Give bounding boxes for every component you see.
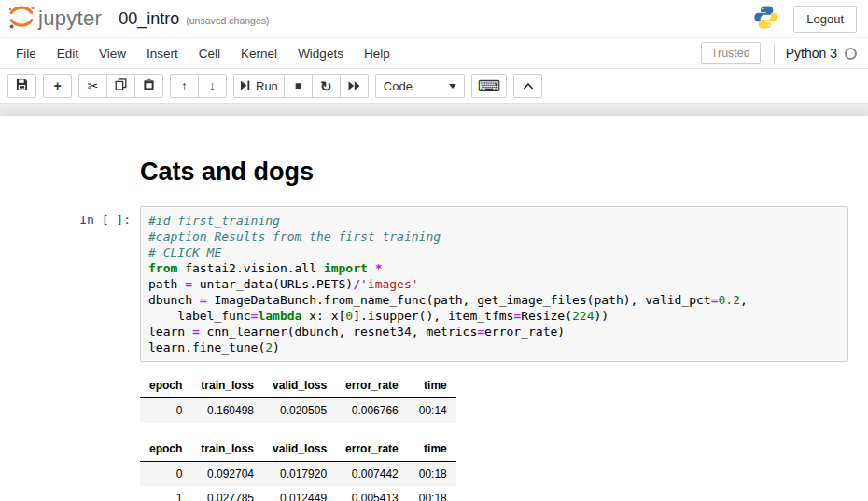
table-header: train_loss xyxy=(191,437,263,462)
code-editor[interactable]: #id first_training#caption Results from … xyxy=(148,213,840,355)
table-header: error_rate xyxy=(336,437,408,462)
restart-run-all-button[interactable] xyxy=(340,74,369,98)
table-header: time xyxy=(408,437,456,462)
save-button[interactable] xyxy=(7,74,36,98)
table-header: valid_loss xyxy=(263,373,336,398)
fast-forward-icon xyxy=(348,78,360,93)
jupyter-logo[interactable]: jupyter xyxy=(7,5,102,34)
menu-item-file[interactable]: File xyxy=(6,39,47,68)
arrow-up-icon: ↑ xyxy=(181,79,188,92)
save-icon xyxy=(16,78,28,93)
menubar: FileEditViewInsertCellKernelWidgetsHelp … xyxy=(0,38,868,69)
chevron-up-icon xyxy=(523,78,534,93)
jupyter-logo-icon xyxy=(7,5,35,34)
copy-icon xyxy=(115,78,127,93)
logout-button[interactable]: Logout xyxy=(793,6,857,33)
table-header: valid_loss xyxy=(263,437,336,462)
menu-item-view[interactable]: View xyxy=(89,39,136,68)
cut-button[interactable]: ✂ xyxy=(78,74,107,98)
autosave-status: (unsaved changes) xyxy=(186,11,269,26)
training-table: epochtrain_lossvalid_losserror_ratetime0… xyxy=(140,437,868,501)
paste-icon xyxy=(143,78,155,93)
code-input-area[interactable]: #id first_training#caption Results from … xyxy=(140,206,848,362)
run-button[interactable]: Run xyxy=(233,74,285,98)
training-table: epochtrain_lossvalid_losserror_ratetime0… xyxy=(140,373,868,423)
copy-button[interactable] xyxy=(106,74,135,98)
interrupt-kernel-button[interactable]: ■ xyxy=(284,74,313,98)
jupyter-logo-text: jupyter xyxy=(38,7,102,31)
table-row: 00.1604980.0205050.00676600:14 xyxy=(140,397,456,423)
menu-item-edit[interactable]: Edit xyxy=(47,39,89,68)
command-palette-button[interactable]: ⌨ xyxy=(471,74,508,98)
menu-item-insert[interactable]: Insert xyxy=(136,39,189,68)
arrow-down-icon: ↓ xyxy=(209,79,216,92)
markdown-heading: Cats and dogs xyxy=(140,159,314,187)
table-header: error_rate xyxy=(336,373,408,398)
menu-item-widgets[interactable]: Widgets xyxy=(287,39,354,68)
toolbar: + ✂ ↑ ↓ Run ■ xyxy=(0,69,868,104)
paste-button[interactable] xyxy=(134,74,163,98)
trusted-badge[interactable]: Trusted xyxy=(701,42,761,64)
restart-icon: ↻ xyxy=(320,79,332,93)
move-cell-up-button[interactable]: ↑ xyxy=(170,74,199,98)
kernel-indicator: Python 3 xyxy=(774,42,857,64)
notebook-title[interactable]: 00_intro xyxy=(119,9,179,29)
run-label: Run xyxy=(256,79,278,93)
markdown-cell[interactable]: Cats and dogs xyxy=(0,159,868,187)
input-prompt: In [ ]: xyxy=(0,206,140,362)
restart-kernel-button[interactable]: ↻ xyxy=(312,74,341,98)
output-area: epochtrain_lossvalid_losserror_ratetime0… xyxy=(140,373,868,501)
menubar-items: FileEditViewInsertCellKernelWidgetsHelp xyxy=(6,39,400,68)
chevron-down-icon xyxy=(449,84,456,89)
menu-item-cell[interactable]: Cell xyxy=(189,39,231,68)
stop-icon: ■ xyxy=(295,80,301,91)
scissors-icon: ✂ xyxy=(88,79,99,92)
cell-type-select[interactable]: Code xyxy=(375,74,465,98)
notebook-site: Cats and dogs In [ ]: #id first_training… xyxy=(0,104,868,501)
run-icon xyxy=(240,78,250,93)
keyboard-icon: ⌨ xyxy=(478,78,501,94)
menu-item-help[interactable]: Help xyxy=(354,39,400,68)
code-cell[interactable]: In [ ]: #id first_training#caption Resul… xyxy=(0,206,868,362)
chevron-up-button[interactable] xyxy=(513,74,542,98)
plus-icon: + xyxy=(53,79,61,92)
kernel-status-icon xyxy=(845,48,857,60)
table-header: epoch xyxy=(140,373,191,398)
table-header: train_loss xyxy=(191,373,263,398)
table-row: 10.0277850.0124490.00541300:18 xyxy=(140,486,456,501)
python-logo-icon xyxy=(753,5,778,34)
kernel-name: Python 3 xyxy=(786,46,837,61)
add-cell-button[interactable]: + xyxy=(43,74,72,98)
cell-type-value: Code xyxy=(384,79,413,93)
table-header: time xyxy=(408,373,456,398)
header: jupyter 00_intro (unsaved changes) Logou… xyxy=(0,0,868,38)
notebook-container: Cats and dogs In [ ]: #id first_training… xyxy=(0,116,868,501)
markdown-prompt xyxy=(0,159,140,187)
table-row: 00.0927040.0179200.00744200:18 xyxy=(140,461,456,486)
menu-item-kernel[interactable]: Kernel xyxy=(231,39,287,68)
table-header: epoch xyxy=(140,437,191,462)
move-cell-down-button[interactable]: ↓ xyxy=(198,74,227,98)
